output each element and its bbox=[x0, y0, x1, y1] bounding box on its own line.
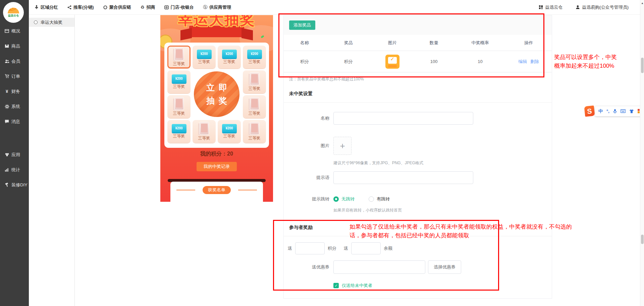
phone-prize-image bbox=[250, 122, 259, 135]
prize-cell: 三等奖 bbox=[243, 70, 266, 93]
phone-prize-image bbox=[250, 72, 259, 85]
sidebar-item-overview[interactable]: 概况 bbox=[0, 23, 29, 39]
keyboard-icon[interactable] bbox=[621, 109, 626, 113]
checkbox-label: 仅送给未中奖者 bbox=[342, 283, 372, 289]
sidebar-item-stats[interactable]: 统计 bbox=[0, 162, 29, 177]
warehouse-switcher[interactable]: 益选云仓 bbox=[538, 4, 562, 10]
sidebar-item-diy[interactable]: 装修DIY bbox=[0, 177, 29, 192]
microphone-icon[interactable] bbox=[613, 109, 617, 114]
radio-has-jump[interactable]: 有跳转 bbox=[369, 196, 390, 202]
delete-link[interactable]: 删除 bbox=[530, 59, 539, 64]
sidebar-item-apps[interactable]: 应用 bbox=[0, 147, 29, 162]
column-header: 图片 bbox=[372, 40, 413, 46]
prize-quantity-cell: 100 bbox=[413, 59, 455, 64]
prize-cell: ¥200三等奖 bbox=[218, 46, 241, 68]
phone-prize-image bbox=[250, 97, 259, 110]
brand-logo[interactable]: 益选云仓 bbox=[3, 2, 24, 23]
select-coupon-button[interactable]: 选择优惠券 bbox=[428, 260, 461, 274]
vertical-scrollbar[interactable]: ▲ bbox=[640, 0, 644, 306]
ime-punctuation-toggle[interactable]: °, bbox=[606, 109, 609, 114]
ime-language-toggle[interactable]: 中 bbox=[598, 108, 603, 114]
nav-item-label: 聚合供应链 bbox=[109, 4, 131, 10]
scrollbar-thumb-secondary[interactable] bbox=[641, 235, 644, 244]
balance-suffix-label: 余额 bbox=[384, 245, 392, 251]
phone-prize-image bbox=[174, 97, 184, 110]
nav-right-area: 益选云仓 益选易购(公众号管理员) bbox=[538, 4, 629, 10]
prize-table-row: 积分 积分 ✓ 100 10 编辑 删除 bbox=[284, 51, 552, 72]
coupon-label: 送优惠券 bbox=[284, 264, 329, 270]
probability-note: 注：所有奖品中奖概率总和不能超过100% bbox=[289, 76, 546, 82]
circle-icon bbox=[103, 5, 108, 10]
sidebar-item-members[interactable]: 会员 bbox=[0, 54, 29, 69]
balance-amount-input[interactable] bbox=[351, 242, 381, 254]
nav-item-label: 招商 bbox=[147, 4, 155, 10]
coupon-prize-image: ¥200 bbox=[172, 74, 186, 83]
nav-item-label: 门店-收银台 bbox=[171, 4, 194, 10]
user-icon bbox=[575, 5, 580, 10]
tip-label: 提示语 bbox=[284, 175, 329, 181]
scrollbar-thumb[interactable] bbox=[641, 58, 644, 73]
sidebar-item-label: 统计 bbox=[11, 167, 20, 173]
sidebar-group-gap bbox=[0, 129, 29, 147]
winners-card: 获奖名单 bbox=[170, 182, 263, 202]
sidebar-item-messages[interactable]: 消息 bbox=[0, 114, 29, 129]
prize-cell: 三等奖 bbox=[243, 95, 266, 118]
gear-icon bbox=[4, 104, 9, 109]
sidebar-item-finance[interactable]: ¥ 财务 bbox=[0, 84, 29, 99]
my-points-text: 我的积分：20 bbox=[160, 150, 273, 158]
miss-name-input[interactable] bbox=[333, 112, 473, 125]
sidebar-item-goods[interactable]: 商品 bbox=[0, 39, 29, 54]
radio-label: 无跳转 bbox=[341, 196, 355, 202]
prize-actions-cell: 编辑 删除 bbox=[505, 59, 552, 65]
hammer-icon bbox=[4, 182, 9, 187]
column-header: 奖品 bbox=[325, 40, 372, 46]
sidebar-item-system[interactable]: 系统 bbox=[0, 99, 29, 114]
nav-item-investment[interactable]: ♻ 招商 bbox=[140, 4, 155, 10]
nav-item-supplier[interactable]: Ⓢ 供应商管理 bbox=[203, 4, 231, 10]
main-sidebar: 概况 商品 会员 订单 ¥ 财务 系统 消息 应用 bbox=[0, 0, 29, 306]
grid-icon bbox=[538, 5, 543, 10]
bullet-circle-icon bbox=[34, 20, 38, 24]
sogou-logo-icon[interactable]: S bbox=[584, 106, 595, 117]
edit-link[interactable]: 编辑 bbox=[518, 59, 527, 64]
preview-title: 幸运大抽奖 bbox=[160, 15, 273, 29]
nav-item-region-dividend[interactable]: 区域分红 bbox=[34, 4, 58, 10]
nav-item-label: 区域分红 bbox=[41, 4, 58, 10]
account-menu[interactable]: 益选易购(公众号管理员) bbox=[575, 4, 629, 10]
sidebar-item-orders[interactable]: 订单 bbox=[0, 69, 29, 84]
ime-bar: 中 °, bbox=[595, 106, 644, 116]
tip-text-row: 提示语 bbox=[284, 171, 552, 184]
account-label: 益选易购(公众号管理员) bbox=[582, 4, 629, 10]
submenu-item-label: 幸运大抽奖 bbox=[41, 19, 62, 25]
share-icon bbox=[67, 5, 72, 10]
add-prize-button[interactable]: 添加奖品 bbox=[289, 20, 315, 30]
prize-image-cell: ✓ bbox=[372, 55, 413, 69]
image-upload-button[interactable]: + bbox=[333, 137, 352, 155]
submenu-item-lucky-draw[interactable]: 幸运大抽奖 bbox=[29, 18, 74, 27]
nav-item-supply-chain[interactable]: 聚合供应链 bbox=[103, 4, 131, 10]
name-label: 名称 bbox=[284, 115, 329, 121]
points-amount-input[interactable] bbox=[295, 242, 325, 254]
coupon-prize-image: ¥200 bbox=[247, 50, 262, 58]
radio-unselected-icon bbox=[369, 196, 374, 202]
coupon-prize-image: ¥200 bbox=[197, 50, 212, 58]
winners-list-title: 获奖名单 bbox=[203, 186, 231, 194]
ime-toolbar: S 中 °, bbox=[585, 106, 644, 116]
sidebar-item-label: 系统 bbox=[11, 104, 20, 110]
scroll-up-arrow-icon[interactable]: ▲ bbox=[640, 2, 644, 5]
skin-shirt-icon[interactable] bbox=[629, 109, 634, 113]
coupon-input[interactable] bbox=[333, 260, 425, 274]
sidebar-item-label: 商品 bbox=[11, 43, 20, 49]
annotation-text-probability: 奖品可以设置多个，中奖 概率加起来不超过100% bbox=[554, 53, 640, 70]
nav-item-promoter[interactable]: 推客(分销) bbox=[67, 4, 94, 10]
members-icon bbox=[4, 59, 9, 64]
rewards-row: 送 积分 送 余额 bbox=[284, 242, 552, 254]
nav-item-store-cashier[interactable]: 门店-收银台 bbox=[164, 4, 194, 10]
tip-text-input[interactable] bbox=[333, 171, 473, 184]
sidebar-item-label: 会员 bbox=[11, 58, 20, 64]
logo-text: 益选云仓 bbox=[8, 14, 19, 17]
points-suffix-label: 积分 bbox=[328, 245, 336, 251]
column-header: 操作 bbox=[505, 40, 552, 46]
only-loser-checkbox-row[interactable]: ✓ 仅送给未中奖者 bbox=[333, 283, 552, 289]
radio-no-jump[interactable]: 无跳转 bbox=[333, 196, 355, 202]
